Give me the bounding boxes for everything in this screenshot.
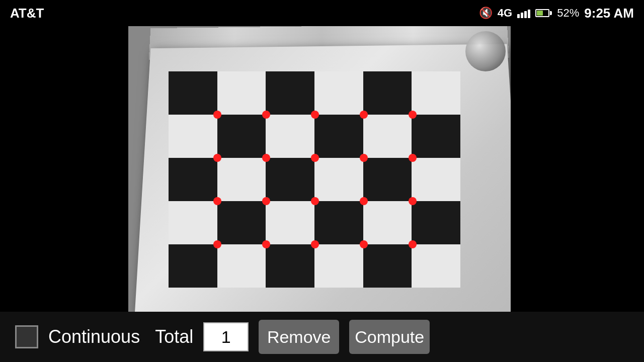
compute-button[interactable]: Compute xyxy=(349,320,430,354)
checker-cell xyxy=(314,71,363,115)
status-right: 🔇 4G 52% 9:25 AM xyxy=(479,6,634,21)
checker-cell xyxy=(412,158,460,201)
remove-button[interactable]: Remove xyxy=(259,320,339,354)
checker-cell xyxy=(363,115,412,158)
checker-cell xyxy=(217,71,266,115)
checkerboard-container xyxy=(128,26,511,312)
checker-cell xyxy=(314,115,363,158)
checker-row xyxy=(169,115,460,158)
network-label: 4G xyxy=(498,7,512,20)
checker-row xyxy=(169,71,460,115)
checker-cell xyxy=(363,201,412,244)
checker-cell xyxy=(412,201,460,244)
checker-cell xyxy=(217,115,266,158)
carrier-label: AT&T xyxy=(10,6,44,21)
checker-cell xyxy=(363,244,412,288)
battery-icon xyxy=(535,9,552,17)
continuous-checkbox[interactable] xyxy=(15,325,38,348)
checker-cell xyxy=(314,244,363,288)
checker-cell xyxy=(169,158,217,201)
toolbar: Continuous Total Remove Compute xyxy=(0,312,644,362)
checker-cell xyxy=(266,71,314,115)
battery-percent: 52% xyxy=(557,7,579,20)
checker-cell xyxy=(169,201,217,244)
checker-row xyxy=(169,244,460,288)
checker-cell xyxy=(169,115,217,158)
checker-cell xyxy=(217,158,266,201)
checker-cell xyxy=(363,71,412,115)
checker-cell xyxy=(412,115,460,158)
signal-bar-3 xyxy=(524,11,527,18)
total-label: Total xyxy=(155,326,193,347)
checker-row xyxy=(169,201,460,244)
total-input[interactable] xyxy=(203,322,249,351)
checker-cell xyxy=(169,244,217,288)
signal-bar-2 xyxy=(521,13,523,18)
checker-cell xyxy=(314,201,363,244)
camera-view xyxy=(0,26,644,312)
checker-cell xyxy=(217,244,266,288)
battery-fill xyxy=(537,11,542,16)
checker-cell xyxy=(412,244,460,288)
checker-cell xyxy=(169,71,217,115)
signal-bar-1 xyxy=(517,14,520,18)
checker-cell xyxy=(266,201,314,244)
checker-grid xyxy=(169,71,460,288)
battery-body xyxy=(535,9,549,17)
checker-row xyxy=(169,158,460,201)
continuous-label: Continuous xyxy=(48,326,140,347)
signal-bar-4 xyxy=(528,10,530,18)
signal-bars xyxy=(517,8,530,18)
time-label: 9:25 AM xyxy=(584,6,634,21)
checker-cell xyxy=(266,115,314,158)
right-panel xyxy=(508,26,644,312)
checker-cell xyxy=(217,201,266,244)
status-bar: AT&T 🔇 4G 52% 9:25 AM xyxy=(0,0,644,26)
checker-cell xyxy=(363,158,412,201)
checker-cell xyxy=(266,158,314,201)
left-panel xyxy=(0,26,131,312)
sphere-decoration xyxy=(465,31,506,71)
checker-cell xyxy=(266,244,314,288)
mute-icon: 🔇 xyxy=(479,7,493,20)
checker-cell xyxy=(412,71,460,115)
checker-cell xyxy=(314,158,363,201)
battery-tip xyxy=(550,11,552,15)
